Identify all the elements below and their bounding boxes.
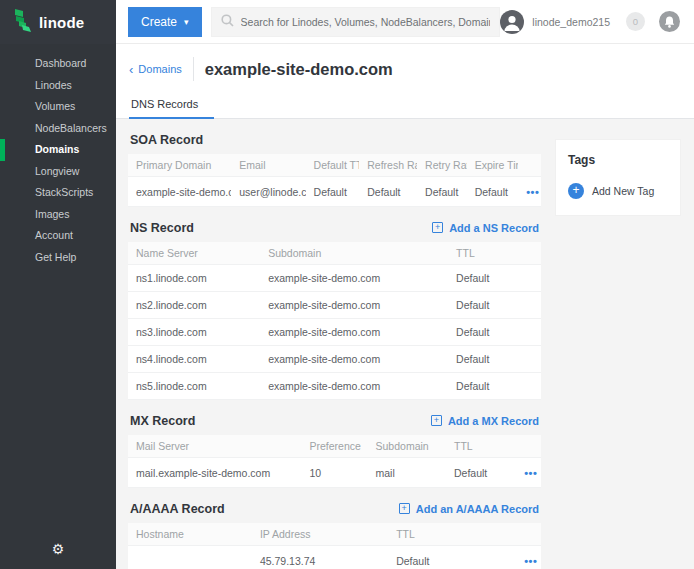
sidebar-nav: Dashboard Linodes Volumes NodeBalancers … <box>0 44 116 268</box>
column-header: TTL <box>448 242 541 265</box>
table-row: ns1.linode.com example-site-demo.com Def… <box>128 265 541 292</box>
sidebar-item-images[interactable]: Images <box>0 204 116 226</box>
table-cell: Default <box>388 546 516 569</box>
sidebar-item-longview[interactable]: Longview <box>0 161 116 183</box>
mx-header-row: Mail Server Preference Subdomain TTL <box>128 435 541 458</box>
breadcrumb: ‹ Domains example-site-demo.com <box>116 57 694 81</box>
table-cell: Default <box>306 177 360 207</box>
linode-logo[interactable]: linode <box>0 0 116 44</box>
table-cell: mail <box>368 458 446 488</box>
breadcrumb-divider <box>193 57 194 81</box>
ns-section-title: NS Record <box>130 221 194 235</box>
username-label[interactable]: linode_demo215 <box>532 16 610 28</box>
table-cell: Default <box>359 177 417 207</box>
table-cell: mail.example-site-demo.com <box>128 458 301 488</box>
chevron-down-icon: ▾ <box>184 17 189 27</box>
column-header: Retry Rate <box>417 154 467 177</box>
more-options-icon[interactable]: ••• <box>524 467 537 479</box>
notification-count-badge[interactable]: 0 <box>626 12 645 31</box>
table-cell: example-site-demo.com <box>260 319 448 346</box>
table-cell: Default <box>467 177 519 207</box>
table-cell: ns5.linode.com <box>128 373 260 400</box>
page-title: example-site-demo.com <box>205 60 393 79</box>
user-avatar[interactable] <box>500 10 524 34</box>
column-header: Hostname <box>128 523 252 546</box>
ns-table: Name Server Subdomain TTL ns1.linode.com… <box>128 242 541 400</box>
column-header: Default TTL <box>306 154 360 177</box>
table-cell: Default <box>448 319 541 346</box>
a-section-header: A/AAAA Record + Add an A/AAAA Record <box>130 501 539 516</box>
table-cell: example-site-demo.com <box>128 177 231 207</box>
column-header: Preference <box>301 435 367 458</box>
column-header: Primary Domain <box>128 154 231 177</box>
table-cell: user@linode.com <box>231 177 305 207</box>
search-input[interactable] <box>241 16 491 28</box>
column-header: TTL <box>446 435 516 458</box>
table-cell: example-site-demo.com <box>260 292 448 319</box>
plus-square-icon: + <box>432 222 443 233</box>
plus-circle-icon: + <box>568 183 584 199</box>
breadcrumb-back-link[interactable]: ‹ Domains <box>129 63 182 76</box>
add-new-tag-label: Add New Tag <box>592 185 654 197</box>
table-row: 45.79.13.74 Default ••• <box>128 546 541 569</box>
linode-logo-icon <box>13 8 32 37</box>
search-icon <box>221 13 234 31</box>
table-cell: Default <box>448 265 541 292</box>
more-options-icon[interactable]: ••• <box>524 555 537 567</box>
add-a-record-button[interactable]: + Add an A/AAAA Record <box>399 503 539 515</box>
create-button[interactable]: Create ▾ <box>128 7 202 37</box>
page-header: ‹ Domains example-site-demo.com DNS Reco… <box>116 44 694 119</box>
column-header: TTL <box>388 523 516 546</box>
column-header: Name Server <box>128 242 260 265</box>
table-cell: Default <box>448 373 541 400</box>
side-column: Tags + Add New Tag <box>556 119 680 569</box>
plus-square-icon: + <box>399 503 410 514</box>
sidebar-item-domains[interactable]: Domains <box>0 139 116 161</box>
table-cell: ns2.linode.com <box>128 292 260 319</box>
tags-title: Tags <box>568 153 668 167</box>
add-mx-record-button[interactable]: + Add a MX Record <box>431 415 539 427</box>
create-button-label: Create <box>141 15 177 29</box>
soa-header-row: Primary Domain Email Default TTL Refresh… <box>128 154 541 177</box>
breadcrumb-label: Domains <box>138 63 181 75</box>
add-new-tag-button[interactable]: + Add New Tag <box>568 183 668 199</box>
table-row: ns5.linode.com example-site-demo.com Def… <box>128 373 541 400</box>
settings-gear-icon[interactable]: ⚙ <box>0 541 116 557</box>
soa-section-title: SOA Record <box>130 133 203 147</box>
column-header: Email <box>231 154 305 177</box>
linode-logo-text: linode <box>39 14 84 31</box>
ns-header-row: Name Server Subdomain TTL <box>128 242 541 265</box>
table-cell: Default <box>446 458 516 488</box>
sidebar-item-stackscripts[interactable]: StackScripts <box>0 182 116 204</box>
table-row: ns4.linode.com example-site-demo.com Def… <box>128 346 541 373</box>
table-cell: 10 <box>301 458 367 488</box>
sidebar-item-dashboard[interactable]: Dashboard <box>0 53 116 75</box>
tab-dns-records[interactable]: DNS Records <box>129 98 214 119</box>
column-header: Mail Server <box>128 435 301 458</box>
sidebar-item-account[interactable]: Account <box>0 225 116 247</box>
table-row: mail.example-site-demo.com 10 mail Defau… <box>128 458 541 488</box>
table-cell: example-site-demo.com <box>260 265 448 292</box>
soa-section-header: SOA Record <box>130 132 539 147</box>
more-options-icon[interactable]: ••• <box>526 186 539 198</box>
column-header: Expire Time <box>467 154 519 177</box>
global-search[interactable] <box>211 7 501 37</box>
add-mx-record-label: Add a MX Record <box>448 415 539 427</box>
table-cell: Default <box>448 292 541 319</box>
notifications-bell-icon[interactable] <box>659 11 680 32</box>
mx-table: Mail Server Preference Subdomain TTL mai… <box>128 435 541 488</box>
plus-square-icon: + <box>431 415 442 426</box>
a-header-row: Hostname IP Address TTL <box>128 523 541 546</box>
sidebar-item-get-help[interactable]: Get Help <box>0 247 116 269</box>
sidebar-item-linodes[interactable]: Linodes <box>0 75 116 97</box>
column-header: Refresh Rate <box>359 154 417 177</box>
sidebar-item-nodebalancers[interactable]: NodeBalancers <box>0 118 116 140</box>
column-header-actions <box>516 523 541 546</box>
table-cell: Default <box>448 346 541 373</box>
table-row: ns2.linode.com example-site-demo.com Def… <box>128 292 541 319</box>
records-column: SOA Record Primary Domain Email Default … <box>128 119 541 569</box>
column-header: Subdomain <box>260 242 448 265</box>
add-ns-record-button[interactable]: + Add a NS Record <box>432 222 539 234</box>
table-cell: example-site-demo.com <box>260 373 448 400</box>
sidebar-item-volumes[interactable]: Volumes <box>0 96 116 118</box>
